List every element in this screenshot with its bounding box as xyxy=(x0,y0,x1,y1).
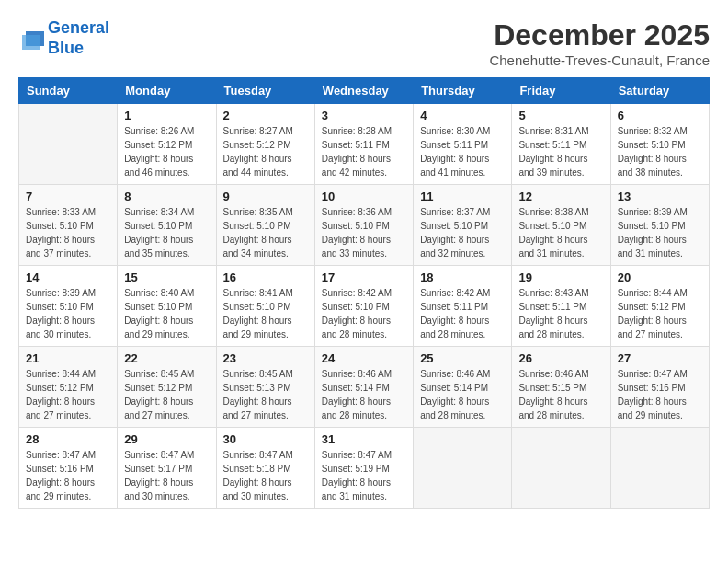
sunset-text: Sunset: 5:18 PM xyxy=(223,462,308,476)
calendar-cell: 16 Sunrise: 8:41 AM Sunset: 5:10 PM Dayl… xyxy=(216,266,314,347)
daylight-text: Daylight: 8 hours and 27 minutes. xyxy=(223,395,308,422)
day-info: Sunrise: 8:46 AM Sunset: 5:14 PM Dayligh… xyxy=(420,367,505,422)
sunrise-text: Sunrise: 8:47 AM xyxy=(223,448,308,462)
day-info: Sunrise: 8:30 AM Sunset: 5:11 PM Dayligh… xyxy=(420,124,505,179)
sunset-text: Sunset: 5:16 PM xyxy=(26,462,110,476)
sunrise-text: Sunrise: 8:43 AM xyxy=(518,286,603,300)
sunrise-text: Sunrise: 8:31 AM xyxy=(518,124,603,138)
sunset-text: Sunset: 5:11 PM xyxy=(322,138,406,152)
sunrise-text: Sunrise: 8:33 AM xyxy=(26,205,110,219)
calendar-cell xyxy=(414,428,512,509)
day-number: 17 xyxy=(322,270,406,284)
daylight-text: Daylight: 8 hours and 31 minutes. xyxy=(618,233,702,260)
day-info: Sunrise: 8:31 AM Sunset: 5:11 PM Dayligh… xyxy=(518,124,603,179)
sunrise-text: Sunrise: 8:28 AM xyxy=(322,124,406,138)
calendar-cell: 9 Sunrise: 8:35 AM Sunset: 5:10 PM Dayli… xyxy=(216,185,314,266)
day-number: 11 xyxy=(420,190,505,203)
day-info: Sunrise: 8:47 AM Sunset: 5:16 PM Dayligh… xyxy=(618,367,702,422)
day-info: Sunrise: 8:43 AM Sunset: 5:11 PM Dayligh… xyxy=(518,286,603,341)
daylight-text: Daylight: 8 hours and 42 minutes. xyxy=(322,152,406,179)
calendar-cell: 14 Sunrise: 8:39 AM Sunset: 5:10 PM Dayl… xyxy=(19,266,118,347)
calendar-cell: 22 Sunrise: 8:45 AM Sunset: 5:12 PM Dayl… xyxy=(118,347,216,428)
calendar-cell: 19 Sunrise: 8:43 AM Sunset: 5:11 PM Dayl… xyxy=(512,266,610,347)
calendar-cell: 6 Sunrise: 8:32 AM Sunset: 5:10 PM Dayli… xyxy=(610,104,709,185)
day-number: 12 xyxy=(518,190,603,203)
day-info: Sunrise: 8:27 AM Sunset: 5:12 PM Dayligh… xyxy=(223,124,308,179)
svg-marker-1 xyxy=(22,35,40,50)
sunrise-text: Sunrise: 8:38 AM xyxy=(518,205,603,219)
day-number: 16 xyxy=(223,270,308,284)
calendar-cell: 11 Sunrise: 8:37 AM Sunset: 5:10 PM Dayl… xyxy=(414,185,512,266)
daylight-text: Daylight: 8 hours and 29 minutes. xyxy=(26,476,110,503)
day-info: Sunrise: 8:44 AM Sunset: 5:12 PM Dayligh… xyxy=(618,286,702,341)
calendar-week-row: 1 Sunrise: 8:26 AM Sunset: 5:12 PM Dayli… xyxy=(19,104,710,185)
calendar-cell: 25 Sunrise: 8:46 AM Sunset: 5:14 PM Dayl… xyxy=(414,347,512,428)
day-number: 21 xyxy=(26,351,110,365)
sunset-text: Sunset: 5:11 PM xyxy=(420,300,505,314)
sunset-text: Sunset: 5:10 PM xyxy=(322,219,406,233)
sunset-text: Sunset: 5:14 PM xyxy=(322,381,406,395)
calendar-cell xyxy=(19,104,118,185)
day-info: Sunrise: 8:32 AM Sunset: 5:10 PM Dayligh… xyxy=(618,124,702,179)
daylight-text: Daylight: 8 hours and 30 minutes. xyxy=(223,476,308,503)
daylight-text: Daylight: 8 hours and 38 minutes. xyxy=(618,152,702,179)
sunrise-text: Sunrise: 8:35 AM xyxy=(223,205,308,219)
calendar-cell: 7 Sunrise: 8:33 AM Sunset: 5:10 PM Dayli… xyxy=(19,185,118,266)
sunset-text: Sunset: 5:12 PM xyxy=(26,381,110,395)
day-number: 24 xyxy=(322,351,406,365)
sunset-text: Sunset: 5:10 PM xyxy=(223,300,308,314)
sunset-text: Sunset: 5:10 PM xyxy=(124,300,209,314)
calendar-cell: 28 Sunrise: 8:47 AM Sunset: 5:16 PM Dayl… xyxy=(19,428,118,509)
calendar-week-row: 21 Sunrise: 8:44 AM Sunset: 5:12 PM Dayl… xyxy=(19,347,710,428)
sunset-text: Sunset: 5:19 PM xyxy=(322,462,406,476)
daylight-text: Daylight: 8 hours and 30 minutes. xyxy=(26,314,110,341)
calendar-week-row: 14 Sunrise: 8:39 AM Sunset: 5:10 PM Dayl… xyxy=(19,266,710,347)
sunrise-text: Sunrise: 8:42 AM xyxy=(322,286,406,300)
daylight-text: Daylight: 8 hours and 27 minutes. xyxy=(124,395,209,422)
calendar-cell: 26 Sunrise: 8:46 AM Sunset: 5:15 PM Dayl… xyxy=(512,347,610,428)
day-info: Sunrise: 8:34 AM Sunset: 5:10 PM Dayligh… xyxy=(124,205,209,260)
day-info: Sunrise: 8:46 AM Sunset: 5:15 PM Dayligh… xyxy=(518,367,603,422)
sunrise-text: Sunrise: 8:36 AM xyxy=(322,205,406,219)
day-info: Sunrise: 8:42 AM Sunset: 5:11 PM Dayligh… xyxy=(420,286,505,341)
sunrise-text: Sunrise: 8:40 AM xyxy=(124,286,209,300)
calendar-cell: 13 Sunrise: 8:39 AM Sunset: 5:10 PM Dayl… xyxy=(610,185,709,266)
sunrise-text: Sunrise: 8:42 AM xyxy=(420,286,505,300)
sunrise-text: Sunrise: 8:46 AM xyxy=(518,367,603,381)
sunset-text: Sunset: 5:10 PM xyxy=(618,219,702,233)
daylight-text: Daylight: 8 hours and 35 minutes. xyxy=(124,233,209,260)
sunrise-text: Sunrise: 8:27 AM xyxy=(223,124,308,138)
page-header: General Blue December 2025 Chenehutte-Tr… xyxy=(18,18,710,68)
day-info: Sunrise: 8:28 AM Sunset: 5:11 PM Dayligh… xyxy=(322,124,406,179)
day-number: 27 xyxy=(618,351,702,365)
day-number: 26 xyxy=(518,351,603,365)
calendar-cell: 27 Sunrise: 8:47 AM Sunset: 5:16 PM Dayl… xyxy=(610,347,709,428)
day-info: Sunrise: 8:33 AM Sunset: 5:10 PM Dayligh… xyxy=(26,205,110,260)
weekday-header: Thursday xyxy=(414,78,512,104)
logo: General Blue xyxy=(18,18,109,58)
day-info: Sunrise: 8:41 AM Sunset: 5:10 PM Dayligh… xyxy=(223,286,308,341)
day-info: Sunrise: 8:40 AM Sunset: 5:10 PM Dayligh… xyxy=(124,286,209,341)
daylight-text: Daylight: 8 hours and 33 minutes. xyxy=(322,233,406,260)
sunset-text: Sunset: 5:11 PM xyxy=(420,138,505,152)
day-number: 14 xyxy=(26,270,110,284)
day-info: Sunrise: 8:42 AM Sunset: 5:10 PM Dayligh… xyxy=(322,286,406,341)
calendar-cell: 31 Sunrise: 8:47 AM Sunset: 5:19 PM Dayl… xyxy=(314,428,413,509)
daylight-text: Daylight: 8 hours and 27 minutes. xyxy=(26,395,110,422)
sunset-text: Sunset: 5:10 PM xyxy=(322,300,406,314)
daylight-text: Daylight: 8 hours and 44 minutes. xyxy=(223,152,308,179)
day-number: 5 xyxy=(518,109,603,122)
sunset-text: Sunset: 5:12 PM xyxy=(618,300,702,314)
daylight-text: Daylight: 8 hours and 39 minutes. xyxy=(518,152,603,179)
day-number: 6 xyxy=(618,109,702,122)
day-number: 18 xyxy=(420,270,505,284)
location-title: Chenehutte-Treves-Cunault, France xyxy=(489,52,710,68)
sunrise-text: Sunrise: 8:47 AM xyxy=(124,448,209,462)
day-info: Sunrise: 8:46 AM Sunset: 5:14 PM Dayligh… xyxy=(322,367,406,422)
calendar-week-row: 28 Sunrise: 8:47 AM Sunset: 5:16 PM Dayl… xyxy=(19,428,710,509)
calendar-cell: 29 Sunrise: 8:47 AM Sunset: 5:17 PM Dayl… xyxy=(118,428,216,509)
logo-text: General Blue xyxy=(48,18,109,58)
daylight-text: Daylight: 8 hours and 28 minutes. xyxy=(420,314,505,341)
calendar-cell: 21 Sunrise: 8:44 AM Sunset: 5:12 PM Dayl… xyxy=(19,347,118,428)
sunrise-text: Sunrise: 8:47 AM xyxy=(322,448,406,462)
